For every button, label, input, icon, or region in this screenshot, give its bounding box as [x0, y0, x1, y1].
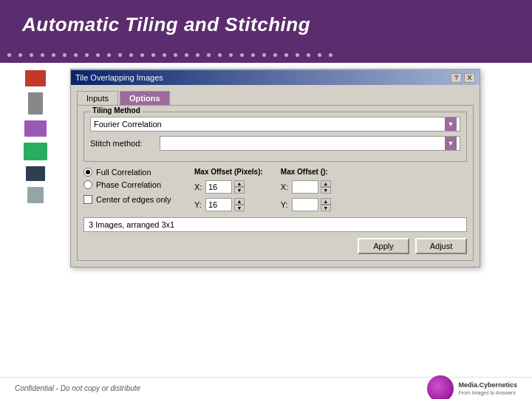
sidebar-square-2 — [28, 92, 43, 115]
dot — [107, 53, 111, 57]
tab-bar: Inputs Options — [77, 91, 474, 105]
dot — [307, 53, 310, 57]
options-panel: Tiling Method Fourier Correlation ▼ Stit… — [77, 105, 474, 261]
y2-spinner: ▲ ▼ — [321, 198, 331, 211]
logo-text-block: Media.Cybernetics From Images to Answers — [458, 381, 517, 395]
x-pixels-input[interactable]: 16 — [205, 180, 232, 194]
offset-x2-row: X: ▲ ▼ — [281, 180, 331, 194]
dialog-help-button[interactable]: ? — [451, 73, 462, 83]
x2-axis-label: X: — [281, 183, 290, 191]
offset-other-col: Max Offset (): X: ▲ ▼ — [281, 168, 331, 211]
y-pixels-down[interactable]: ▼ — [234, 205, 245, 211]
dot — [74, 53, 78, 57]
dot — [329, 53, 332, 57]
dot — [85, 53, 89, 57]
dot — [284, 53, 288, 57]
logo-area: Media.Cybernetics From Images to Answers — [427, 375, 517, 400]
radio-full-correlation[interactable]: Full Correlation — [83, 168, 175, 177]
x2-up[interactable]: ▲ — [321, 180, 331, 187]
sidebar-square-4 — [24, 143, 47, 160]
dot — [140, 53, 144, 57]
y-pixels-input[interactable]: 16 — [205, 198, 232, 211]
dot — [41, 53, 44, 57]
logo-icon — [427, 375, 454, 400]
stitch-method-dropdown[interactable]: ▼ — [160, 136, 460, 151]
radio-group: Full Correlation Phase Correlation — [83, 168, 175, 189]
y-pixels-up[interactable]: ▲ — [234, 198, 245, 205]
dot — [262, 53, 266, 57]
dialog-close-button[interactable]: X — [464, 73, 475, 83]
apply-button[interactable]: Apply — [358, 238, 409, 254]
dot-row — [0, 47, 532, 63]
dialog-body: Inputs Options Tiling Method Fourier Cor… — [71, 85, 480, 267]
stitch-method-arrow: ▼ — [445, 137, 457, 150]
radio-full-icon — [83, 168, 92, 177]
x-pixels-down[interactable]: ▼ — [234, 187, 245, 194]
x2-down[interactable]: ▼ — [321, 187, 331, 194]
dialog-titlebar-buttons: ? X — [451, 73, 475, 83]
correlation-offset-section: Full Correlation Phase Correlation Cente… — [83, 168, 467, 211]
checkbox-center-edges[interactable]: Center of edges only — [83, 195, 187, 204]
tiling-method-value: Fourier Correlation — [94, 120, 162, 129]
tab-inputs[interactable]: Inputs — [77, 91, 118, 105]
dot — [196, 53, 200, 57]
y2-down[interactable]: ▼ — [321, 205, 331, 211]
logo-tagline: From Images to Answers — [458, 390, 517, 395]
adjust-button[interactable]: Adjust — [415, 238, 467, 254]
y2-input[interactable] — [292, 198, 318, 211]
radio-checkbox-group: Full Correlation Phase Correlation Cente… — [83, 168, 187, 204]
dot — [18, 53, 22, 57]
page-title: Automatic Tiling and Stitching — [22, 13, 310, 36]
offset-other-label: Max Offset (): — [281, 168, 331, 176]
x-pixels-spinner: ▲ ▼ — [234, 180, 245, 194]
logo-name: Media.Cybernetics — [458, 381, 517, 390]
radio-phase-icon — [83, 180, 92, 189]
header: Automatic Tiling and Stitching — [0, 0, 532, 47]
dot — [96, 53, 100, 57]
dot — [240, 53, 244, 57]
x2-input[interactable] — [292, 180, 318, 194]
dot — [7, 53, 11, 57]
offset-y-row: Y: 16 ▲ ▼ — [194, 198, 263, 211]
footer: Confidential - Do not copy or distribute… — [0, 377, 532, 399]
y2-axis-label: Y: — [281, 200, 290, 209]
sidebar-square-1 — [25, 70, 46, 86]
checkbox-center-label: Center of edges only — [96, 195, 171, 204]
y-axis-label: Y: — [194, 200, 203, 209]
dot — [63, 53, 66, 57]
stitch-method-row: Stitch method: ▼ — [90, 136, 460, 151]
main-content: Tile Overlapping Images ? X Inputs Optio… — [0, 63, 532, 378]
dot — [174, 53, 177, 57]
offset-inputs-container: Max Offset (Pixels): X: 16 ▲ ▼ — [194, 168, 331, 211]
y2-up[interactable]: ▲ — [321, 198, 331, 205]
dot — [296, 53, 299, 57]
confidential-text: Confidential - Do not copy or distribute — [15, 384, 140, 392]
tiling-method-group: Tiling Method Fourier Correlation ▼ Stit… — [83, 112, 467, 162]
dot — [163, 53, 166, 57]
dot — [129, 53, 133, 57]
checkbox-center-icon — [83, 195, 92, 204]
sidebar-square-5 — [26, 166, 45, 181]
radio-full-label: Full Correlation — [96, 168, 151, 177]
tab-options[interactable]: Options — [120, 91, 170, 105]
tiling-method-dropdown[interactable]: Fourier Correlation ▼ — [90, 117, 460, 132]
bottom-buttons: Apply Adjust — [83, 238, 467, 254]
tiling-method-arrow: ▼ — [445, 117, 457, 131]
x-pixels-up[interactable]: ▲ — [234, 180, 245, 187]
dot — [251, 53, 255, 57]
offset-x-row: X: 16 ▲ ▼ — [194, 180, 263, 194]
dialog-title: Tile Overlapping Images — [75, 73, 163, 82]
dot — [52, 53, 55, 57]
dot — [218, 53, 222, 57]
sidebar — [0, 63, 70, 378]
sidebar-square-6 — [27, 187, 44, 203]
sidebar-square-3 — [24, 120, 47, 137]
status-bar: 3 Images, arranged 3x1 — [83, 217, 467, 232]
dot — [185, 53, 188, 57]
radio-phase-correlation[interactable]: Phase Correlation — [83, 180, 175, 189]
dot — [318, 53, 321, 57]
dialog-tile-overlapping: Tile Overlapping Images ? X Inputs Optio… — [70, 69, 480, 267]
dot — [151, 53, 155, 57]
status-text: 3 Images, arranged 3x1 — [89, 220, 174, 229]
dot — [229, 53, 233, 57]
